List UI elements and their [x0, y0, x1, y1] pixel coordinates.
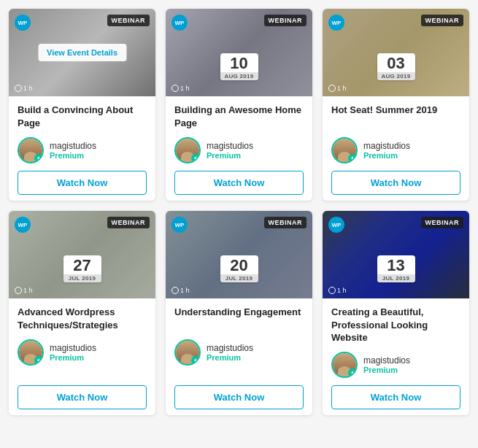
- watch-now-button[interactable]: Watch Now: [331, 385, 460, 409]
- webinar-badge: WEBINAR: [107, 15, 150, 26]
- date-badge: 20 JUL 2019: [220, 255, 258, 282]
- author-info: magistudios Premium: [50, 343, 96, 362]
- card-thumbnail: WP WEBINAR 13 JUL 2019 1 h: [323, 211, 469, 298]
- author-name: magistudios: [50, 343, 96, 353]
- duration-badge: 1 h: [15, 287, 33, 294]
- clock-icon: [171, 287, 179, 294]
- avatar: ★: [18, 137, 44, 163]
- wp-logo: WP: [171, 217, 188, 233]
- author-name: magistudios: [207, 141, 253, 151]
- date-month-year: JUL 2019: [63, 274, 101, 282]
- duration-badge: 1 h: [171, 287, 190, 294]
- watch-now-button[interactable]: Watch Now: [331, 171, 460, 195]
- watch-now-button[interactable]: Watch Now: [18, 171, 147, 195]
- star-badge: ★: [348, 154, 357, 163]
- card-body: Hot Seat! Summer 2019 ★ magistudios Prem…: [323, 96, 469, 201]
- clock-icon: [328, 287, 336, 294]
- wp-logo: WP: [171, 15, 188, 31]
- card-body: Creating a Beautiful, Professional Looki…: [323, 298, 469, 415]
- card-body: Understanding Engagement ★ magistudios P…: [166, 298, 312, 415]
- author-info: magistudios Premium: [363, 141, 410, 160]
- duration-text: 1 h: [23, 287, 33, 294]
- card-body: Building an Awesome Home Page ★ magistud…: [166, 96, 312, 201]
- date-badge: 27 JUL 2019: [63, 255, 101, 282]
- duration-text: 1 h: [23, 85, 33, 92]
- avatar: ★: [18, 339, 44, 366]
- avatar: ★: [174, 137, 201, 163]
- date-day: 20: [220, 255, 258, 274]
- clock-icon: [171, 85, 179, 92]
- card-5: WP WEBINAR 20 JUL 2019 1 h Understanding…: [166, 211, 312, 415]
- date-badge: 10 AUG 2019: [220, 53, 258, 80]
- webinar-badge: WEBINAR: [264, 15, 307, 26]
- card-thumbnail: WP WEBINAR 03 AUG 2019 1 h: [323, 9, 469, 96]
- author-row: ★ magistudios Premium: [174, 137, 304, 163]
- card-thumbnail: WP WEBINAR 20 JUL 2019 1 h: [166, 211, 312, 298]
- author-row: ★ magistudios Premium: [331, 137, 460, 163]
- star-badge: ★: [34, 154, 43, 163]
- date-day: 13: [377, 255, 415, 274]
- author-row: ★ magistudios Premium: [18, 137, 147, 163]
- duration-badge: 1 h: [15, 85, 33, 92]
- clock-icon: [15, 85, 22, 92]
- wp-logo: WP: [15, 217, 31, 233]
- date-month-year: JUL 2019: [220, 274, 258, 282]
- author-badge: Premium: [363, 151, 410, 160]
- author-name: magistudios: [207, 343, 253, 353]
- avatar: ★: [331, 352, 358, 378]
- date-day: 03: [377, 53, 415, 72]
- card-body: Advanced Wordpress Techniques/Strategies…: [9, 298, 155, 415]
- duration-badge: 1 h: [328, 85, 347, 92]
- author-info: magistudios Premium: [50, 141, 96, 160]
- date-month-year: AUG 2019: [220, 72, 258, 80]
- author-row: ★ magistudios Premium: [331, 352, 460, 378]
- wp-logo: WP: [328, 15, 344, 31]
- watch-now-button[interactable]: Watch Now: [174, 385, 304, 409]
- author-name: magistudios: [50, 141, 96, 151]
- wp-logo: WP: [15, 15, 31, 31]
- author-name: magistudios: [363, 141, 410, 151]
- duration-text: 1 h: [337, 287, 347, 294]
- card-2: WP WEBINAR 10 AUG 2019 1 h Building an A…: [166, 9, 312, 201]
- author-row: ★ magistudios Premium: [18, 339, 147, 366]
- author-info: magistudios Premium: [207, 343, 253, 362]
- card-4: WP WEBINAR 27 JUL 2019 1 h Advanced Word…: [9, 211, 155, 415]
- watch-now-button[interactable]: Watch Now: [18, 385, 147, 409]
- star-badge: ★: [34, 356, 43, 365]
- watch-now-button[interactable]: Watch Now: [174, 171, 304, 195]
- card-title: Building an Awesome Home Page: [174, 104, 304, 130]
- star-badge: ★: [348, 368, 357, 377]
- webinar-badge: WEBINAR: [421, 217, 464, 228]
- webinar-grid: WP WEBINAR View Event Details 1 h Build …: [9, 9, 469, 415]
- card-title: Hot Seat! Summer 2019: [331, 104, 460, 130]
- card-3: WP WEBINAR 03 AUG 2019 1 h Hot Seat! Sum…: [323, 9, 469, 201]
- card-body: Build a Convincing About Page ★ magistud…: [9, 96, 155, 201]
- card-thumbnail: WP WEBINAR 10 AUG 2019 1 h: [166, 9, 312, 96]
- card-title: Build a Convincing About Page: [18, 104, 147, 130]
- star-badge: ★: [191, 154, 200, 163]
- card-title: Creating a Beautiful, Professional Looki…: [331, 306, 460, 344]
- card-thumbnail: WP WEBINAR 27 JUL 2019 1 h: [9, 211, 155, 298]
- author-badge: Premium: [207, 151, 253, 160]
- date-badge: 13 JUL 2019: [377, 255, 415, 282]
- card-6: WP WEBINAR 13 JUL 2019 1 h Creating a Be…: [323, 211, 469, 415]
- author-info: magistudios Premium: [363, 355, 410, 374]
- webinar-badge: WEBINAR: [107, 217, 150, 228]
- clock-icon: [328, 85, 336, 92]
- author-info: magistudios Premium: [207, 141, 253, 160]
- view-event-button[interactable]: View Event Details: [38, 44, 126, 61]
- author-badge: Premium: [363, 366, 410, 374]
- wp-logo: WP: [328, 217, 344, 233]
- clock-icon: [15, 287, 22, 294]
- avatar: ★: [331, 137, 358, 163]
- card-thumbnail: WP WEBINAR View Event Details 1 h: [9, 9, 155, 96]
- author-badge: Premium: [207, 353, 253, 362]
- date-day: 10: [220, 53, 258, 72]
- date-badge: 03 AUG 2019: [377, 53, 415, 80]
- star-badge: ★: [191, 356, 200, 365]
- card-1: WP WEBINAR View Event Details 1 h Build …: [9, 9, 155, 201]
- author-badge: Premium: [50, 151, 96, 160]
- webinar-badge: WEBINAR: [264, 217, 307, 228]
- webinar-badge: WEBINAR: [421, 15, 464, 26]
- duration-text: 1 h: [180, 85, 190, 92]
